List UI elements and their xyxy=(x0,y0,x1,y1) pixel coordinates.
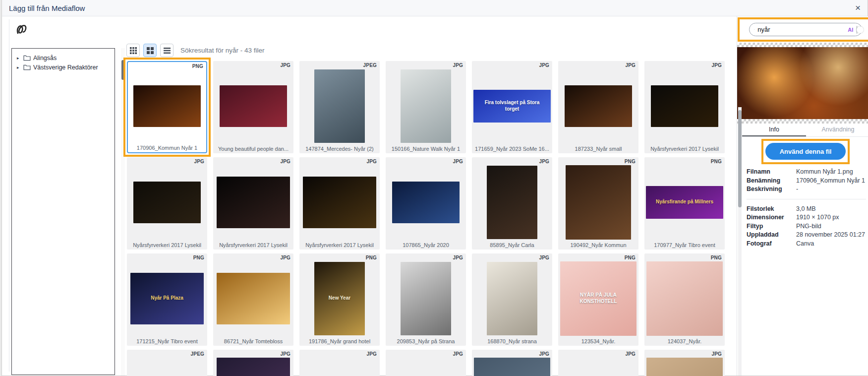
grid-item[interactable]: PNG 124037_Nyår. xyxy=(644,253,725,346)
file-name-label: 168870_Nyår strana xyxy=(473,338,551,344)
thumbnail-image xyxy=(401,262,451,335)
grid-item[interactable]: JPG 150166_Nature Walk Nyår 1 xyxy=(386,61,466,153)
file-name-label: 170906_Kommun Nyår 1 xyxy=(129,145,205,151)
dialog-content: ▸ Alingsås ▸ Västsverige Redaktörer xyxy=(2,16,868,376)
metadata-row: FiltypPNG-bild xyxy=(747,222,866,231)
thumbnail-image xyxy=(217,358,290,376)
grid-item[interactable]: JPG Nyårsfyrverkeri 2017 Lysekil xyxy=(644,61,725,153)
grid-item[interactable]: JPG Nyårsfyrverkeri 2017 Lysekil xyxy=(127,157,207,250)
grid-item[interactable]: JPG 209853_Nyår på Strana xyxy=(386,253,466,346)
file-format-badge: JPG xyxy=(625,63,636,68)
file-format-badge: JPG xyxy=(539,255,549,260)
file-format-badge: JPG xyxy=(539,63,549,68)
transparency-checker-bottom xyxy=(737,119,868,124)
search-results-text: Sökresultat för nyår - 43 filer xyxy=(180,47,265,54)
grid-item[interactable]: JPG 168870_Nyår strana xyxy=(472,253,552,346)
metadata-row: Filstorlek3,0 MB xyxy=(747,205,866,214)
metadata-label: Filtyp xyxy=(747,222,796,231)
thumbnail-image: Nyår På Plaza xyxy=(130,273,204,324)
thumbnail-image xyxy=(133,85,201,127)
file-format-badge: PNG xyxy=(625,159,636,164)
close-icon[interactable]: × xyxy=(855,2,861,13)
file-format-badge: PNG xyxy=(711,159,722,164)
grid-item[interactable]: JPG xyxy=(213,350,293,376)
file-name-label: 147874_Mercedes- Nyår (2) xyxy=(301,146,378,152)
file-format-badge: PNG xyxy=(193,255,204,260)
thumbnail-image xyxy=(133,374,201,376)
thumbnail-overlay-text: New Year xyxy=(325,295,354,302)
file-format-badge: JPG xyxy=(453,255,463,260)
metadata-label: Uppladdad xyxy=(747,231,796,240)
metadata-row: Uppladdad28 november 2025 01:27 xyxy=(747,231,866,240)
search-input[interactable] xyxy=(757,26,845,33)
ai-toggle[interactable] xyxy=(856,26,858,34)
grid-item[interactable]: JPG 85895_Nyår Carla xyxy=(472,157,552,250)
thumbnail-image: New Year xyxy=(314,262,365,335)
grid-item[interactable]: JPG 86721_Nyår Tomtebloss xyxy=(213,253,293,346)
tab-info[interactable]: Info xyxy=(742,124,806,136)
grid-item[interactable]: JPG xyxy=(386,350,466,376)
file-format-badge: JPEG xyxy=(363,63,377,68)
file-format-badge: JPG xyxy=(711,351,722,357)
thumbnail-image: Nyårsfirande på Millners xyxy=(646,186,723,219)
panel-scrollbar[interactable] xyxy=(738,107,742,376)
expand-caret-icon[interactable]: ▸ xyxy=(17,56,21,61)
grid-item[interactable]: JPG Fira tolvslaget på Stora torget 1716… xyxy=(472,61,552,153)
grid-item[interactable]: PNG 170906_Kommun Nyår 1 xyxy=(127,61,207,153)
file-format-badge: JPEG xyxy=(191,351,204,357)
grid-item[interactable]: JPG 187233_Nyår small xyxy=(558,61,638,153)
grid-item[interactable]: JPG 107865_Nyår 2020 xyxy=(386,157,466,250)
folder-name: Västsverige Redaktörer xyxy=(33,64,98,71)
grid-small-icon[interactable] xyxy=(126,44,140,57)
grid-item[interactable]: JPEG xyxy=(127,350,207,376)
metadata-divider xyxy=(747,199,866,199)
file-format-badge: JPG xyxy=(194,159,204,164)
file-format-badge: JPG xyxy=(453,159,463,164)
grid-item[interactable]: PNG 190492_Nyår Kommun xyxy=(558,157,638,250)
grid-item[interactable]: JPEG 147874_Mercedes- Nyår (2) xyxy=(299,61,380,153)
file-format-badge: PNG xyxy=(711,255,722,260)
list-icon[interactable] xyxy=(160,44,174,57)
grid-item[interactable]: PNG Nyår På Plaza 171215_Nyår Tibro even… xyxy=(127,253,207,346)
thumbnail-image xyxy=(306,374,373,376)
file-name-label: 170977_Nyår Tibro event xyxy=(646,242,723,248)
file-format-badge: PNG xyxy=(625,255,636,260)
thumbnail-image xyxy=(565,374,632,376)
grid-item[interactable]: JPG xyxy=(299,350,380,376)
thumbnail-image xyxy=(217,273,290,324)
search-box[interactable]: AI xyxy=(749,23,862,36)
grid-item[interactable]: JPG Nyårsfyrverkeri 2017 Lysekil xyxy=(213,157,293,250)
file-format-badge: PNG xyxy=(192,63,203,69)
file-name-label: Nyårsfyrverkeri 2017 Lysekil xyxy=(646,146,723,152)
grid-item[interactable]: JPG Young beautiful people dan... xyxy=(213,61,293,153)
folder-tree-item[interactable]: ▸ Alingsås xyxy=(12,53,115,63)
file-format-badge: JPG xyxy=(539,351,549,357)
grid-item[interactable]: PNG Nyårsfirande på Millners 170977_Nyår… xyxy=(644,157,725,250)
thumbnail-image xyxy=(565,85,632,127)
tab-användning[interactable]: Användning xyxy=(806,124,868,136)
results-grid: PNG 170906_Kommun Nyår 1 JPG Young beaut… xyxy=(127,61,737,376)
use-file-button[interactable]: Använd denna fil xyxy=(765,143,846,160)
metadata-value: Kommun Nyår 1.png xyxy=(796,168,853,177)
thumbnail-image xyxy=(646,261,723,336)
folder-icon xyxy=(23,64,31,70)
file-name-label: 107865_Nyår 2020 xyxy=(387,242,464,248)
metadata-value: Canva xyxy=(796,240,814,249)
ai-toggle-knob xyxy=(857,26,864,33)
metadata-label: Filstorlek xyxy=(747,205,796,214)
folder-tree-item[interactable]: ▸ Västsverige Redaktörer xyxy=(12,63,115,72)
file-name-label: 171659_Nyår 2023 SoMe 16... xyxy=(473,146,551,152)
grid-large-icon[interactable] xyxy=(143,44,157,57)
file-format-badge: JPG xyxy=(539,159,549,164)
file-name-label: 191786_Nyår grand hotel xyxy=(301,338,378,344)
file-name-label: 86721_Nyår Tomtebloss xyxy=(215,338,292,344)
grid-item[interactable]: JPG xyxy=(644,350,725,376)
grid-item[interactable]: JPG xyxy=(558,350,638,376)
grid-item[interactable]: PNG NYÅR PÅ JULA KONSTHOTELL 123534_Nyår… xyxy=(558,253,638,346)
grid-item[interactable]: JPG Nyårsfyrverkeri 2017 Lysekil xyxy=(299,157,380,250)
expand-caret-icon[interactable]: ▸ xyxy=(17,65,21,70)
ai-search-label: AI xyxy=(848,27,853,33)
grid-item[interactable]: PNG New Year 191786_Nyår grand hotel xyxy=(299,253,380,346)
folder-tree-scrollbar[interactable] xyxy=(121,48,125,376)
grid-item[interactable]: JPG xyxy=(472,350,552,376)
